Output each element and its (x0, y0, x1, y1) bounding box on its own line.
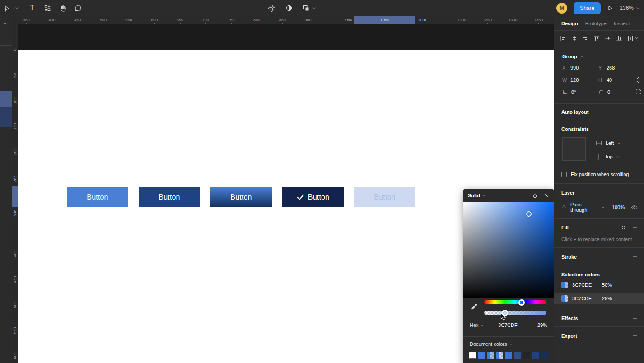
tab-inspect[interactable]: Inspect (614, 21, 630, 26)
align-vertical-center-icon[interactable] (605, 35, 611, 42)
canvas-header-bar[interactable] (18, 24, 554, 50)
collapsed-layers-strip[interactable] (0, 16, 12, 363)
x-position-field[interactable]: X 990 (562, 65, 598, 70)
constraints-widget[interactable] (562, 137, 586, 161)
color-swatch[interactable] (496, 352, 503, 359)
constrain-proportions-icon[interactable] (635, 77, 642, 83)
vertical-ruler[interactable]: 050100150200400450500550600 268 308 (12, 24, 18, 363)
color-swatch[interactable] (541, 352, 548, 359)
distribute-menu-icon[interactable] (627, 35, 638, 42)
ruler-label: 650 (177, 18, 183, 22)
document-colors-toggle[interactable]: Document colors (470, 341, 513, 347)
move-tool-button[interactable] (0, 0, 14, 16)
blend-mode-select[interactable]: Pass through (570, 202, 598, 213)
resources-tool-button[interactable] (40, 0, 55, 16)
rotation-field[interactable]: 0° (562, 89, 598, 95)
selection-color-row[interactable]: 3C7CDE 50% (554, 279, 644, 291)
align-bottom-icon[interactable] (616, 35, 622, 42)
document-colors-swatches (469, 352, 548, 359)
ruler-label: 600 (12, 347, 18, 363)
eyedropper-icon[interactable] (470, 303, 478, 311)
hex-value-input[interactable]: 3C7CDF (484, 322, 532, 328)
corner-radius-field[interactable]: 0 (598, 89, 635, 95)
align-left-icon[interactable] (560, 35, 566, 42)
canvas-button[interactable]: Button (354, 187, 415, 207)
boolean-groups-button[interactable] (303, 0, 316, 16)
height-field[interactable]: H 40 (598, 77, 635, 83)
corner-radius-icon (598, 89, 604, 95)
color-swatch[interactable] (505, 352, 512, 359)
add-stroke-button[interactable] (632, 254, 638, 260)
paint-type-select[interactable]: Solid (468, 193, 480, 198)
add-fill-button[interactable] (632, 225, 638, 230)
zoom-menu[interactable]: 136% (620, 5, 639, 11)
align-top-icon[interactable] (593, 35, 600, 42)
horizontal-ruler[interactable]: 3504004505005506006507007508008509001200… (12, 16, 554, 24)
checkbox-icon[interactable] (561, 172, 567, 177)
play-icon (607, 5, 613, 11)
color-swatch[interactable] (523, 352, 530, 359)
close-icon[interactable] (544, 193, 549, 198)
canvas-button[interactable]: Button (282, 187, 344, 207)
color-swatch[interactable] (561, 282, 568, 288)
hex-format-select[interactable]: Hex (470, 322, 484, 328)
width-field[interactable]: W 120 (562, 77, 598, 83)
canvas-button-label: Button (87, 193, 108, 201)
saturation-value-area[interactable] (463, 202, 554, 298)
fix-position-option[interactable]: Fix position when scrolling (561, 172, 638, 177)
canvas-button[interactable]: Button (210, 187, 272, 207)
ruler-selection-start: 990 (340, 18, 352, 22)
align-right-icon[interactable] (583, 35, 589, 42)
create-component-button[interactable] (268, 0, 275, 16)
selection-type-menu[interactable]: Group (562, 51, 640, 61)
eye-icon[interactable] (631, 204, 638, 211)
hue-handle[interactable] (518, 299, 525, 306)
color-swatch[interactable] (514, 352, 521, 359)
add-effect-button[interactable] (632, 316, 638, 321)
add-export-button[interactable] (632, 333, 638, 339)
canvas-button[interactable]: Button (67, 187, 128, 207)
text-tool-button[interactable]: T (24, 0, 40, 16)
component-icon (268, 5, 275, 12)
chevron-down-icon (312, 6, 316, 10)
blend-droplet-icon[interactable] (532, 193, 538, 199)
tab-design[interactable]: Design (561, 21, 578, 26)
add-auto-layout-button[interactable] (632, 109, 638, 115)
blend-droplet-icon[interactable] (561, 205, 567, 210)
alpha-slider[interactable] (484, 311, 546, 315)
fill-styles-icon[interactable] (621, 225, 626, 230)
present-button[interactable] (607, 0, 613, 16)
layer-opacity-field[interactable]: 100% (612, 205, 625, 210)
alpha-value-input[interactable]: 29% (532, 322, 547, 328)
tab-prototype[interactable]: Prototype (585, 21, 607, 26)
hand-tool-button[interactable] (55, 0, 70, 16)
color-swatch[interactable] (487, 352, 494, 359)
color-swatch[interactable] (561, 295, 568, 302)
share-button[interactable]: Share (574, 2, 601, 14)
layer-highlight (0, 107, 12, 127)
ruler-tick (231, 23, 232, 24)
ruler-tick (103, 23, 103, 24)
comment-tool-button[interactable] (70, 0, 86, 16)
color-swatch[interactable] (469, 352, 476, 359)
canvas-button[interactable]: Button (139, 187, 200, 207)
color-swatch[interactable] (478, 352, 485, 359)
ruler-tick (487, 23, 488, 24)
vertical-constraint-select[interactable]: Top (596, 153, 621, 161)
align-horizontal-center-icon[interactable] (571, 35, 578, 42)
independent-corners-icon[interactable] (635, 89, 642, 95)
move-tool-chevron[interactable] (14, 0, 20, 16)
color-swatch[interactable] (532, 352, 539, 359)
horizontal-constraint-select[interactable]: Left (596, 139, 621, 147)
y-position-field[interactable]: Y 268 (598, 65, 635, 70)
ruler-label: 450 (74, 18, 81, 22)
layer-highlight (0, 91, 12, 107)
avatar[interactable]: M (556, 3, 567, 14)
color-handle[interactable] (526, 211, 532, 217)
mask-button[interactable] (285, 0, 293, 16)
ruler-label: 550 (126, 18, 132, 22)
hue-slider[interactable] (484, 300, 546, 304)
ruler-label: 350 (23, 18, 30, 22)
selection-color-row[interactable]: 3C7CDF 29% (554, 293, 644, 304)
ruler-label: 400 (12, 245, 18, 263)
